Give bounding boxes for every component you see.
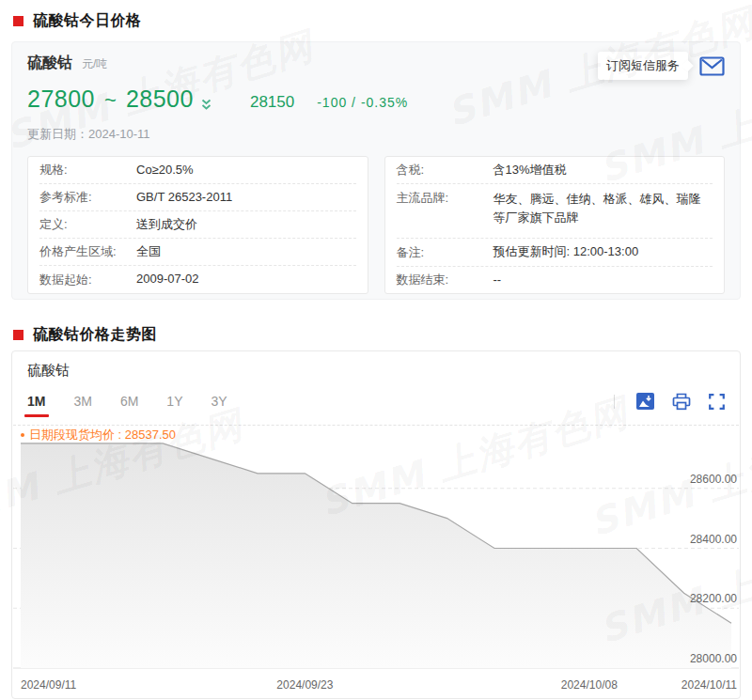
spec-value: 华友、腾远、佳纳、格派、雄风、瑞隆等厂家旗下品牌: [494, 190, 713, 227]
trend-chart-card: 硫酸钴 1M 3M 6M 1Y 3Y: [11, 350, 741, 699]
section-title-trend: 硫酸钴价格走势图: [0, 300, 752, 345]
spec-label: 数据结束:: [397, 272, 494, 288]
y-axis-label: 28200.00: [690, 592, 737, 605]
section-bullet-icon: [13, 16, 24, 26]
x-axis-label: 2024/09/23: [276, 678, 333, 692]
section-today-heading: 硫酸钴今日价格: [33, 11, 142, 31]
tab-1m[interactable]: 1M: [27, 391, 45, 412]
spec-label: 价格产生区域:: [39, 243, 136, 260]
update-date: 更新日期：2024-10-11: [27, 126, 725, 143]
average-price: 28150: [250, 93, 294, 112]
save-image-icon[interactable]: [636, 393, 654, 410]
fullscreen-icon[interactable]: [709, 394, 725, 410]
spec-row: 规格: Co≥20.5%: [39, 157, 356, 184]
spec-row: 备注: 预估更新时间: 12:00-13:00: [397, 239, 713, 267]
spec-label: 规格:: [39, 162, 136, 179]
spec-value: 全国: [136, 242, 161, 261]
legend-dot-icon: [21, 433, 24, 437]
spec-row: 数据结束: --: [397, 267, 713, 293]
x-axis-label: 2024/09/11: [21, 678, 76, 692]
spec-label: 备注:: [397, 244, 494, 261]
section-trend-heading: 硫酸钴价格走势图: [33, 325, 157, 345]
spec-value: 2009-07-02: [136, 270, 199, 288]
price-range-tilde: ~: [104, 88, 117, 113]
price-low: 27800: [27, 86, 95, 113]
tab-1y[interactable]: 1Y: [166, 391, 182, 412]
section-bullet-icon: [13, 330, 24, 340]
tab-3m[interactable]: 3M: [73, 391, 91, 412]
spec-value: GB/T 26523-2011: [136, 188, 232, 207]
spec-table-left: 规格: Co≥20.5% 参考标准: GB/T 26523-2011 定义: 送…: [27, 156, 368, 294]
spec-row: 定义: 送到成交价: [39, 211, 356, 239]
spec-label: 参考标准:: [39, 189, 136, 206]
toolbar-divider: [614, 395, 615, 409]
price-change: -100 / -0.35%: [317, 95, 408, 110]
legend-label: 日期段现货均价 : 28537.50: [29, 427, 176, 443]
spec-row: 价格产生区域: 全国: [39, 239, 356, 266]
tab-6m[interactable]: 6M: [120, 391, 138, 412]
price-trend-chart[interactable]: 28000.0028200.0028400.0028600.002024/09/…: [13, 426, 739, 700]
area-fill: [21, 443, 731, 668]
product-name: 硫酸钴: [27, 54, 72, 73]
print-icon[interactable]: [672, 393, 691, 411]
page: SMM 上海有色网 SMM 上海有色网 SMM 上海有色网 SMM 上海有色网 …: [0, 0, 752, 700]
spec-label: 定义:: [39, 216, 136, 233]
spec-row: 含税: 含13%增值税: [397, 157, 713, 184]
section-title-today: 硫酸钴今日价格: [0, 0, 752, 32]
spec-label: 含税:: [397, 162, 494, 179]
spec-table-right: 含税: 含13%增值税 主流品牌: 华友、腾远、佳纳、格派、雄风、瑞隆等厂家旗下…: [384, 156, 726, 294]
x-axis-label: 2024/10/11: [682, 678, 737, 692]
x-axis-label: 2024/10/08: [561, 678, 618, 692]
tab-3y[interactable]: 3Y: [211, 391, 227, 412]
spec-label: 主流品牌:: [397, 190, 494, 207]
spec-value: 送到成交价: [136, 215, 197, 234]
chart-legend[interactable]: 日期段现货均价 : 28537.50: [21, 427, 176, 443]
spec-label: 数据起始:: [39, 272, 136, 288]
chart-title: 硫酸钴: [27, 361, 725, 380]
spec-row: 数据起始: 2009-07-02: [39, 266, 356, 293]
trend-down-icon: [200, 98, 212, 115]
spec-row: 主流品牌: 华友、腾远、佳纳、格派、雄风、瑞隆等厂家旗下品牌: [397, 184, 713, 239]
price-row: 27800 ~ 28500 28150 -100 / -0.35%: [27, 86, 725, 119]
spec-row: 参考标准: GB/T 26523-2011: [39, 184, 356, 211]
spec-value: --: [494, 271, 502, 289]
chart-area: 日期段现货均价 : 28537.50 28000.0028200.0028400…: [13, 426, 739, 700]
today-price-card: 硫酸钴 元/吨 订阅短信服务 27800 ~ 28500: [11, 41, 741, 300]
price-high: 28500: [126, 86, 194, 113]
y-axis-label: 28000.00: [690, 652, 737, 665]
spec-value: 含13%增值税: [494, 161, 567, 179]
y-axis-label: 28400.00: [690, 533, 737, 546]
price-unit: 元/吨: [82, 54, 107, 72]
mail-icon[interactable]: [699, 55, 725, 77]
spec-value: 预估更新时间: 12:00-13:00: [494, 242, 639, 261]
range-tabs: 1M 3M 6M 1Y 3Y: [27, 391, 227, 412]
spec-value: Co≥20.5%: [136, 161, 194, 179]
y-axis-label: 28600.00: [690, 473, 737, 486]
subscribe-sms-button[interactable]: 订阅短信服务: [598, 52, 688, 80]
